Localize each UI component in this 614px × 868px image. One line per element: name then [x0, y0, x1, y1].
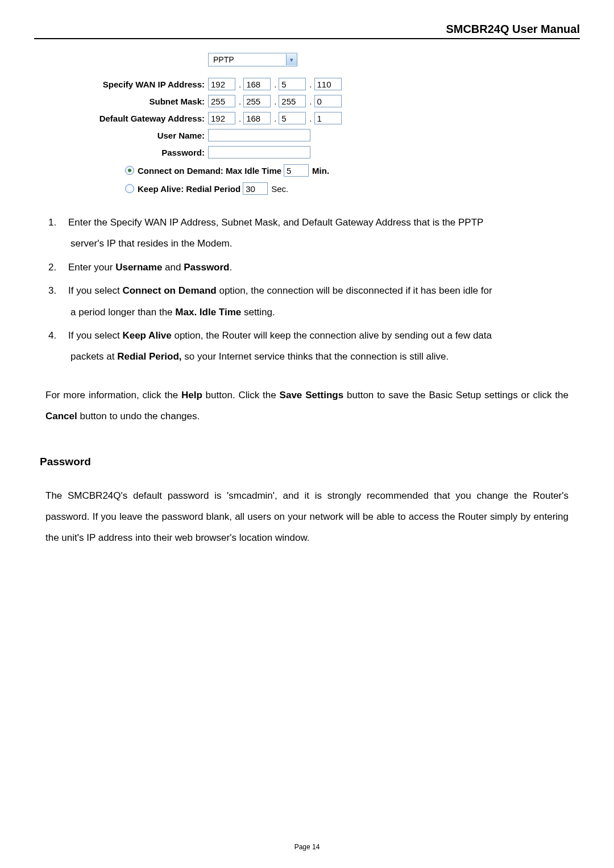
info-paragraph: For more information, click the Help but…: [45, 385, 569, 427]
password-label: Password:: [57, 148, 208, 157]
gateway-label: Default Gateway Address:: [57, 114, 208, 123]
subnet-octet3[interactable]: 255: [279, 95, 306, 107]
protocol-selected-value: PPTP: [209, 55, 286, 64]
username-label: User Name:: [57, 131, 208, 140]
page-number: Page 14: [0, 843, 614, 851]
chevron-down-icon: ▾: [286, 54, 297, 65]
step-1: Enter the Specify WAN IP Address, Subnet…: [59, 212, 569, 254]
subnet-octet4[interactable]: 0: [314, 95, 342, 107]
max-idle-time-input[interactable]: 5: [284, 164, 309, 177]
manual-title: SMCBR24Q User Manual: [446, 23, 580, 35]
step-2: Enter your Username and Password.: [59, 257, 569, 278]
wan-ip-label: Specify WAN IP Address:: [57, 80, 208, 89]
subnet-label: Subnet Mask:: [57, 97, 208, 106]
wan-ip-octet1[interactable]: 192: [208, 78, 235, 90]
pptp-form-screenshot: PPTP ▾ Specify WAN IP Address: 192. 168.…: [57, 53, 580, 195]
keep-alive-label: Keep Alive: Redial Period: [138, 184, 240, 194]
redial-period-input[interactable]: 30: [243, 182, 268, 195]
gateway-octet3[interactable]: 5: [279, 112, 306, 124]
username-input[interactable]: [208, 129, 310, 141]
connect-on-demand-radio[interactable]: [125, 166, 134, 175]
wan-ip-octet3[interactable]: 5: [279, 78, 306, 90]
gateway-octet1[interactable]: 192: [208, 112, 235, 124]
gateway-octet2[interactable]: 168: [243, 112, 271, 124]
redial-unit: Sec.: [271, 184, 288, 194]
protocol-select[interactable]: PPTP ▾: [208, 53, 297, 66]
wan-ip-octet4[interactable]: 110: [314, 78, 342, 90]
password-input[interactable]: [208, 146, 310, 158]
password-heading: Password: [40, 456, 569, 468]
idle-unit: Min.: [312, 166, 329, 176]
password-body: The SMCBR24Q's default password is 'smca…: [45, 485, 569, 549]
keep-alive-radio[interactable]: [125, 184, 134, 193]
subnet-octet2[interactable]: 255: [243, 95, 271, 107]
page-header: SMCBR24Q User Manual: [34, 23, 580, 39]
instruction-list: Enter the Specify WAN IP Address, Subnet…: [45, 212, 569, 368]
step-4: If you select Keep Alive option, the Rou…: [59, 325, 569, 368]
step-3: If you select Connect on Demand option, …: [59, 280, 569, 323]
gateway-octet4[interactable]: 1: [314, 112, 342, 124]
wan-ip-octet2[interactable]: 168: [243, 78, 271, 90]
connect-on-demand-label: Connect on Demand: Max Idle Time: [138, 166, 281, 176]
subnet-octet1[interactable]: 255: [208, 95, 235, 107]
